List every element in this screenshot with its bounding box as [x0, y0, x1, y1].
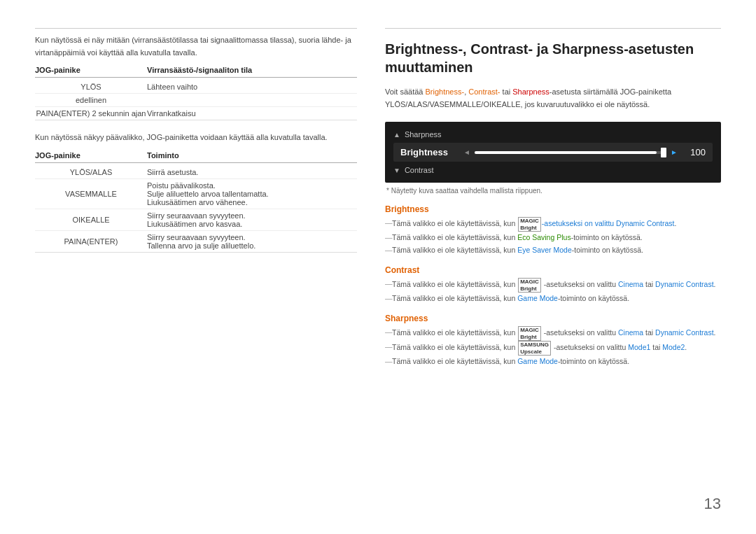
arrow-up-icon: ▲	[393, 131, 400, 139]
eco-saving-ref: Eco Saving Plus	[517, 233, 570, 241]
magic-brand-3: MAGICBright	[518, 326, 541, 341]
cell-siirry2: Siirry seuraavaan syvyyteen. Tallenna ar…	[147, 233, 357, 250]
sharpness-ref: Sharpness	[512, 87, 550, 96]
brightness-ref: Brightness-	[426, 87, 465, 96]
top-rule-left	[35, 28, 357, 29]
cinema-ref: Cinema	[618, 280, 643, 288]
table1-col2-header: Virransäästö-/signaaliton tila	[147, 66, 357, 74]
cell-poistu: Poistu päävalikosta. Sulje aliluettelo a…	[147, 181, 357, 206]
table1-header: JOG-painike Virransäästö-/signaaliton ti…	[35, 66, 357, 78]
table-row: YLÖS/ALAS Siirrä asetusta.	[35, 166, 357, 179]
cell-oikealle: OIKEALLE	[35, 216, 147, 224]
dynamic-contrast-ref: -asetukseksi on valittu Dynamic Contrast	[542, 220, 675, 228]
contrast-heading: Contrast	[385, 265, 721, 275]
table2-body: YLÖS/ALAS Siirrä asetusta. VASEMMALLE Po…	[35, 166, 357, 253]
table-row: OIKEALLE Siirry seuraavaan syvyyteen. Li…	[35, 209, 357, 231]
cell-siirra: Siirrä asetusta.	[147, 168, 357, 176]
table1-col1-header: JOG-painike	[35, 66, 147, 74]
slider-main-row: Brightness ◄ ► 100	[393, 143, 713, 162]
contrast-note-1: Tämä valikko ei ole käytettävissä, kun M…	[385, 278, 721, 293]
sharpness-note-1: Tämä valikko ei ole käytettävissä, kun M…	[385, 326, 721, 341]
cell-paina-enter: PAINA(ENTER)	[35, 237, 147, 246]
sharpness-note-2: Tämä valikko ei ole käytettävissä, kun S…	[385, 341, 721, 356]
arrow-down-icon: ▼	[393, 167, 400, 174]
table-row: PAINA(ENTER) 2 sekunnin ajan Virrankatka…	[35, 107, 357, 120]
top-rule-right	[385, 28, 721, 29]
slider-track[interactable]	[475, 151, 666, 154]
dynamic-contrast-ref2: Dynamic Contrast	[655, 280, 713, 288]
right-column: Brightness-, Contrast- ja Sharpness-aset…	[385, 28, 721, 506]
left-column: Kun näytössä ei näy mitään (virransäästö…	[35, 28, 357, 506]
slider-fill	[475, 151, 657, 154]
table1-section: JOG-painike Virransäästö-/signaaliton ti…	[35, 66, 357, 120]
game-mode-ref1: Game Mode	[517, 294, 558, 302]
magic-brand-4: SAMSUNGUpscale	[518, 341, 551, 356]
contrast-section: Contrast Tämä valikko ei ole käytettävis…	[385, 265, 721, 305]
page-number: 13	[704, 495, 721, 513]
table2-section: JOG-painike Toiminto YLÖS/ALAS Siirrä as…	[35, 151, 357, 253]
game-mode-ref2: Game Mode	[517, 357, 558, 365]
slider-value: 100	[685, 147, 706, 157]
page-title: Brightness-, Contrast- ja Sharpness-aset…	[385, 40, 721, 76]
sharpness-section: Sharpness Tämä valikko ei ole käytettävi…	[385, 314, 721, 368]
slider-bottom-label: Contrast	[405, 166, 434, 174]
table2-col1-header: JOG-painike	[35, 151, 147, 160]
magic-brand-2: MAGICBright	[518, 278, 541, 293]
table-row: edellinen	[35, 94, 357, 107]
cell-edellinen: edellinen	[35, 96, 147, 104]
cell-lahteen: Lähteen vaihto	[147, 83, 357, 91]
magic-brand-1: MAGICBright	[518, 217, 541, 232]
sharpness-heading: Sharpness	[385, 314, 721, 323]
slider-main-label: Brightness	[400, 147, 463, 157]
cinema-ref2: Cinema	[618, 328, 643, 337]
display-note: * Näytetty kuva saattaa vaihdella mallis…	[385, 187, 721, 195]
brightness-note-2: Tämä valikko ei ole käytettävissä, kun E…	[385, 232, 721, 244]
cell-vasemmalle: VASEMMALLE	[35, 190, 147, 198]
sharpness-note-3: Tämä valikko ei ole käytettävissä, kun G…	[385, 356, 721, 368]
brightness-heading: Brightness	[385, 204, 721, 214]
cell-siirry1: Siirry seuraavaan syvyyteen. Liukusäätim…	[147, 211, 357, 228]
mode2-ref: Mode2	[662, 344, 685, 352]
table-row: PAINA(ENTER) Siirry seuraavaan syvyyteen…	[35, 231, 357, 252]
cell-ylos: YLÖS	[35, 83, 147, 91]
table1-body: YLÖS Lähteen vaihto edellinen PAINA(ENTE…	[35, 80, 357, 120]
cell-virran: Virrankatkaisu	[147, 109, 357, 118]
brightness-note-1: Tämä valikko ei ole käytettävissä, kun M…	[385, 217, 721, 232]
table-row: YLÖS Lähteen vaihto	[35, 80, 357, 94]
contrast-ref: Contrast-	[468, 87, 500, 96]
slider-row-top: ▲ Sharpness	[393, 127, 713, 141]
brightness-note-3: Tämä valikko ei ole käytettävissä, kun E…	[385, 244, 721, 257]
slider-top-label: Sharpness	[405, 130, 442, 139]
sub-intro-text: Kun näytössä näkyy päävalikko, JOG-paini…	[35, 132, 357, 144]
slider-row-bottom: ▼ Contrast	[393, 163, 713, 177]
table2-header: JOG-painike Toiminto	[35, 151, 357, 163]
intro-text: Kun näytössä ei näy mitään (virransäästö…	[35, 34, 357, 59]
description-text: Voit säätää Brightness-, Contrast- tai S…	[385, 86, 721, 111]
slider-left-arrow-icon: ◄	[463, 148, 470, 156]
cell-paina: PAINA(ENTER) 2 sekunnin ajan	[35, 109, 147, 118]
mode1-ref: Mode1	[628, 344, 650, 352]
eye-saver-ref: Eye Saver Mode	[517, 246, 572, 254]
cell-ylos-alas: YLÖS/ALAS	[35, 168, 147, 176]
dynamic-contrast-ref3: Dynamic Contrast	[655, 328, 713, 337]
slider-thumb	[661, 148, 666, 157]
brightness-section: Brightness Tämä valikko ei ole käytettäv…	[385, 204, 721, 257]
table2-col2-header: Toiminto	[147, 151, 357, 160]
contrast-note-2: Tämä valikko ei ole käytettävissä, kun G…	[385, 293, 721, 305]
slider-box: ▲ Sharpness Brightness ◄ ► 100 ▼ Contras…	[385, 122, 721, 183]
slider-right-arrow-icon: ►	[671, 148, 678, 156]
table-row: VASEMMALLE Poistu päävalikosta. Sulje al…	[35, 179, 357, 209]
